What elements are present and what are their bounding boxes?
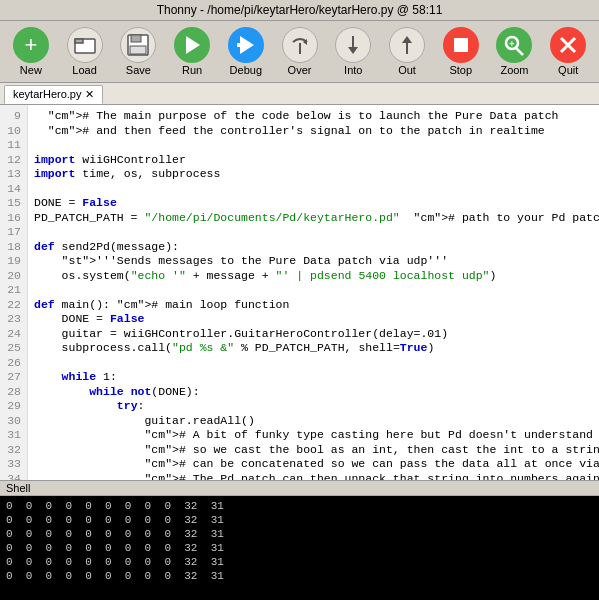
shell-content[interactable]: 0 0 0 0 0 0 0 0 0 32 31 0 0 0 0 0 0 0 0 …	[0, 496, 599, 600]
out-button[interactable]: Out	[382, 25, 432, 78]
svg-rect-4	[130, 46, 146, 54]
new-label: New	[20, 64, 42, 76]
editor-tab[interactable]: keytarHero.py ✕	[4, 85, 103, 104]
svg-rect-7	[237, 43, 240, 47]
shell-section: Shell 0 0 0 0 0 0 0 0 0 32 31 0 0 0 0 0 …	[0, 480, 599, 600]
over-label: Over	[288, 64, 312, 76]
run-icon	[174, 27, 210, 63]
svg-marker-11	[348, 47, 358, 54]
stop-button[interactable]: Stop	[436, 25, 486, 78]
svg-rect-1	[75, 39, 83, 43]
save-icon	[120, 27, 156, 63]
save-label: Save	[126, 64, 151, 76]
into-label: Into	[344, 64, 362, 76]
code-area: 9 10 11 12 13 14 15 16 17 18 19 20 21 22…	[0, 105, 599, 480]
code-content[interactable]: "cm"># The main purpose of the code belo…	[28, 105, 599, 480]
shell-header: Shell	[0, 481, 599, 496]
over-icon	[282, 27, 318, 63]
run-label: Run	[182, 64, 202, 76]
zoom-label: Zoom	[500, 64, 528, 76]
svg-marker-6	[240, 36, 254, 54]
new-icon: +	[13, 27, 49, 63]
stop-label: Stop	[449, 64, 472, 76]
quit-icon	[550, 27, 586, 63]
into-button[interactable]: Into	[328, 25, 378, 78]
svg-rect-14	[454, 38, 468, 52]
code-editor: 9 10 11 12 13 14 15 16 17 18 19 20 21 22…	[0, 105, 599, 480]
svg-rect-3	[131, 35, 141, 42]
debug-icon	[228, 27, 264, 63]
zoom-button[interactable]: +Zoom	[490, 25, 540, 78]
debug-button[interactable]: Debug	[221, 25, 271, 78]
svg-text:+: +	[510, 39, 515, 49]
save-button[interactable]: Save	[113, 25, 163, 78]
out-label: Out	[398, 64, 416, 76]
debug-label: Debug	[230, 64, 262, 76]
quit-button[interactable]: Quit	[543, 25, 593, 78]
into-icon	[335, 27, 371, 63]
tab-bar: keytarHero.py ✕	[0, 83, 599, 105]
svg-line-16	[516, 48, 523, 55]
line-numbers: 9 10 11 12 13 14 15 16 17 18 19 20 21 22…	[0, 105, 28, 480]
over-button[interactable]: Over	[275, 25, 325, 78]
load-icon	[67, 27, 103, 63]
load-label: Load	[72, 64, 96, 76]
toolbar: +NewLoadSaveRunDebugOverIntoOutStop+Zoom…	[0, 21, 599, 83]
load-button[interactable]: Load	[60, 25, 110, 78]
svg-marker-5	[186, 36, 200, 54]
run-button[interactable]: Run	[167, 25, 217, 78]
svg-marker-13	[402, 36, 412, 43]
zoom-icon: +	[496, 27, 532, 63]
new-button[interactable]: +New	[6, 25, 56, 78]
title-bar: Thonny - /home/pi/keytarHero/keytarHero.…	[0, 0, 599, 21]
out-icon	[389, 27, 425, 63]
quit-label: Quit	[558, 64, 578, 76]
stop-icon	[443, 27, 479, 63]
